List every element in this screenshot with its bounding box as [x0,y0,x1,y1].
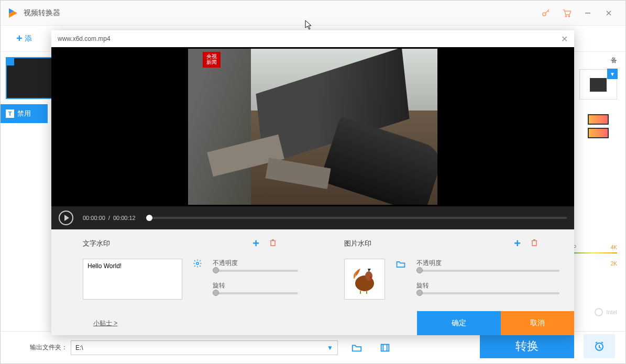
close-button[interactable] [598,3,619,24]
modal-title: www.x6d.com.mp4 [58,35,111,42]
add-file-label: 添 [25,34,32,43]
image-wm-preview[interactable] [344,259,385,300]
quality-mid: 2K [570,261,617,267]
device-label: 备 [573,56,617,65]
svg-point-3 [565,15,566,16]
image-opacity-label: 不透明度 [416,259,559,268]
text-rotate-slider[interactable] [213,292,298,294]
disable-label: 禁用 [17,109,31,118]
video-content [188,49,437,205]
text-opacity-label: 不透明度 [213,259,298,268]
text-wm-add-button[interactable]: + [252,237,259,250]
modal-footer: 小贴士 > 确定 取消 [51,311,574,335]
text-watermark-section: 文字水印 + 不透明度 旋转 [51,237,313,311]
text-icon: T [6,109,14,118]
thumb-check-icon [7,58,14,65]
watermark-modal: www.x6d.com.mp4 ✕ 央视 新闻 00:00:00 / 00:00… [51,30,574,335]
minimize-button[interactable] [577,3,598,24]
app-title: 视频转换器 [24,8,535,18]
cart-icon[interactable] [556,3,577,24]
titlebar: 视频转换器 [1,1,625,26]
slider-thumb[interactable] [213,267,219,273]
image-rotate-label: 旋转 [416,281,559,290]
video-frame[interactable]: 央视 新闻 [188,49,437,205]
svg-point-2 [543,13,546,16]
tip-link[interactable]: 小贴士 > [93,319,117,328]
svg-point-4 [568,15,569,16]
slider-thumb[interactable] [416,267,423,273]
cancel-button[interactable]: 取消 [501,311,574,335]
player-bar: 00:00:00 / 00:00:12 [51,206,574,229]
output-folder-select[interactable]: E:\ ▼ [71,340,338,355]
modal-header: www.x6d.com.mp4 ✕ [51,30,574,47]
image-opacity-slider[interactable] [416,270,559,272]
output-path: E:\ [75,344,83,351]
time-current: 00:00:00 [83,215,105,221]
image-watermark-section: 图片水印 + [313,237,574,311]
slider-thumb[interactable] [213,290,219,296]
convert-button[interactable]: 转换 [480,334,574,358]
merge-button[interactable] [376,338,394,357]
ok-button[interactable]: 确定 [417,311,501,335]
add-file-button[interactable]: + 添 [16,32,32,45]
film-strip-icon[interactable] [588,128,609,138]
svg-rect-6 [381,344,389,351]
format-thumb-icon [590,78,607,92]
time-separator: / [108,215,110,221]
modal-close-button[interactable]: ✕ [561,34,568,44]
license-key-icon[interactable] [535,3,556,24]
quality-high: 4K [611,245,617,250]
text-wm-input[interactable] [83,259,182,300]
image-wm-title: 图片水印 [344,239,371,248]
convert-label: 转换 [515,338,539,354]
video-preview: 央视 新闻 [51,47,574,206]
turkey-icon [349,263,380,295]
image-wm-delete-button[interactable] [530,238,539,249]
bottom-bar: 输出文件夹： E:\ ▼ 转换 [1,331,625,363]
watermark-area: 文字水印 + 不透明度 旋转 [51,229,574,311]
app-logo-icon [7,7,19,19]
time-duration: 00:00:12 [113,215,136,221]
text-wm-settings-button[interactable] [193,259,202,270]
chevron-down-icon: ▼ [327,344,333,351]
right-column: 备 ▼ [573,52,625,363]
output-folder-label: 输出文件夹： [30,343,68,352]
intel-badge: Intel [595,308,617,316]
schedule-button[interactable] [584,334,615,358]
svg-point-10 [196,262,199,265]
chevron-down-icon: ▼ [607,69,618,79]
image-wm-browse-button[interactable] [396,259,406,271]
intel-logo-icon [595,308,603,316]
quality-indicator: 0P 4K 2K [570,245,617,267]
open-folder-button[interactable] [347,338,366,357]
plus-icon: + [16,32,23,45]
image-wm-add-button[interactable]: + [514,237,521,250]
format-selector[interactable]: ▼ [579,69,617,100]
gallery-strip [579,114,617,138]
text-rotate-label: 旋转 [213,281,298,290]
progress-bar[interactable] [146,217,567,219]
progress-thumb[interactable] [146,215,152,221]
text-wm-delete-button[interactable] [269,238,277,249]
play-button[interactable] [59,211,73,225]
text-opacity-slider[interactable] [213,270,298,272]
quality-line [570,252,617,253]
svg-point-12 [365,271,372,281]
disable-tab[interactable]: T 禁用 [1,104,48,123]
intel-label: Intel [606,309,617,315]
film-strip-icon[interactable] [588,114,609,125]
image-rotate-slider[interactable] [416,292,559,294]
slider-thumb[interactable] [416,290,423,296]
news-badge: 央视 新闻 [203,52,221,68]
text-wm-title: 文字水印 [83,239,110,248]
